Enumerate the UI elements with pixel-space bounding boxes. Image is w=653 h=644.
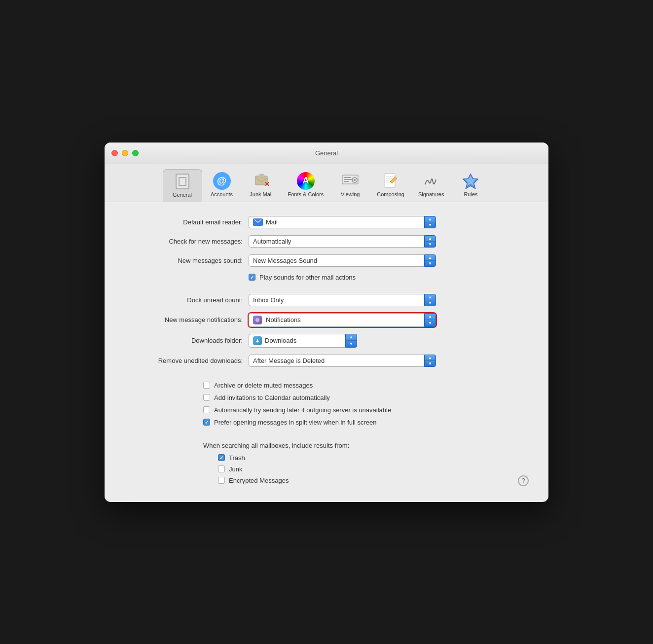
- tab-composing[interactable]: Composing: [370, 169, 411, 202]
- svg-point-12: [354, 179, 356, 181]
- new-messages-sound-value: New Messages Sound: [253, 257, 317, 264]
- default-email-reader-control: Mail ▲ ▼: [249, 216, 436, 228]
- stepper-up-icon[interactable]: ▲: [425, 216, 435, 222]
- tab-accounts[interactable]: @ Accounts: [202, 169, 242, 202]
- stepper-down-icon[interactable]: ▼: [425, 261, 435, 266]
- check-new-messages-select-wrapper: Automatically ▲ ▼: [249, 235, 436, 248]
- dock-unread-select[interactable]: Inbox Only: [249, 294, 424, 306]
- remove-downloads-control: After Message is Deleted ▲ ▼: [249, 355, 436, 367]
- junk-checkbox[interactable]: [218, 465, 225, 472]
- stepper-up-icon[interactable]: ▲: [425, 355, 435, 360]
- stepper-down-icon[interactable]: ▼: [425, 300, 435, 306]
- auto-send-label: Automatically try sending later if outgo…: [214, 406, 391, 414]
- stepper-down-icon[interactable]: ▼: [425, 361, 435, 366]
- titlebar: General: [105, 143, 548, 164]
- archive-muted-row: Archive or delete muted messages: [124, 382, 529, 389]
- check-new-messages-control: Automatically ▲ ▼: [249, 235, 436, 248]
- tab-junkmail-label: Junk Mail: [250, 191, 272, 197]
- settings-content: Default email reader: Mail ▲: [105, 202, 548, 502]
- toolbar: General @ Accounts ✕ Junk Ma: [105, 164, 548, 202]
- tab-composing-label: Composing: [377, 191, 404, 197]
- prefer-split-checkbox[interactable]: [203, 419, 210, 426]
- stepper-down-icon[interactable]: ▼: [425, 242, 435, 247]
- add-invitations-row: Add invitations to Calendar automaticall…: [124, 394, 529, 401]
- tab-fontscolors[interactable]: A Fonts & Colors: [281, 169, 331, 202]
- dock-unread-stepper[interactable]: ▲ ▼: [424, 294, 436, 306]
- default-email-reader-stepper[interactable]: ▲ ▼: [424, 216, 436, 228]
- new-messages-sound-row: New messages sound: New Messages Sound ▲…: [124, 254, 529, 267]
- svg-point-22: [255, 318, 259, 322]
- window-title: General: [315, 149, 338, 157]
- downloads-stepper[interactable]: ▲ ▼: [345, 334, 357, 348]
- downloads-select-wrapper: Downloads ▲ ▼: [249, 334, 357, 348]
- general-icon: [174, 173, 191, 190]
- new-messages-sound-select[interactable]: New Messages Sound: [249, 254, 424, 267]
- junk-label: Junk: [229, 465, 242, 473]
- stepper-up-icon[interactable]: ▲: [425, 314, 435, 320]
- remove-downloads-stepper[interactable]: ▲ ▼: [424, 355, 436, 367]
- default-email-reader-select-wrapper: Mail ▲ ▼: [249, 216, 436, 228]
- new-messages-sound-select-wrapper: New Messages Sound ▲ ▼: [249, 254, 436, 267]
- main-window: General General @ Accounts: [105, 143, 548, 502]
- junk-row: Junk: [124, 465, 529, 473]
- stepper-down-icon[interactable]: ▼: [425, 320, 435, 326]
- stepper-down-icon[interactable]: ▼: [346, 341, 357, 347]
- remove-downloads-label: Remove unedited downloads:: [124, 357, 243, 364]
- play-sounds-checkbox[interactable]: [249, 274, 255, 281]
- dock-unread-label: Dock unread count:: [124, 296, 243, 304]
- close-button[interactable]: [111, 150, 118, 156]
- downloads-folder-row: Downloads folder: Downloads ▲ ▼: [124, 334, 529, 348]
- auto-send-checkbox[interactable]: [203, 406, 210, 413]
- tab-viewing[interactable]: Viewing: [330, 169, 370, 202]
- remove-downloads-value: After Message is Deleted: [253, 357, 325, 364]
- check-new-messages-label: Check for new messages:: [124, 238, 243, 245]
- archive-muted-checkbox[interactable]: [203, 382, 210, 389]
- remove-downloads-select[interactable]: After Message is Deleted: [249, 355, 424, 367]
- check-new-messages-row: Check for new messages: Automatically ▲ …: [124, 235, 529, 248]
- auto-send-row: Automatically try sending later if outgo…: [124, 406, 529, 414]
- svg-rect-3: [259, 174, 264, 177]
- new-messages-sound-stepper[interactable]: ▲ ▼: [424, 254, 436, 267]
- tab-viewing-label: Viewing: [341, 191, 360, 197]
- notif-icon: [253, 316, 262, 324]
- stepper-up-icon[interactable]: ▲: [425, 236, 435, 241]
- minimize-button[interactable]: [122, 150, 128, 156]
- notifications-select[interactable]: Notifications: [249, 313, 424, 327]
- default-email-reader-row: Default email reader: Mail ▲: [124, 216, 529, 228]
- stepper-down-icon[interactable]: ▼: [425, 222, 435, 228]
- tab-general-label: General: [173, 192, 192, 198]
- tab-signatures[interactable]: Signatures: [411, 169, 451, 202]
- notifications-stepper[interactable]: ▲ ▼: [424, 313, 436, 327]
- tab-general[interactable]: General: [163, 169, 202, 202]
- stepper-up-icon[interactable]: ▲: [346, 334, 357, 341]
- tab-junkmail[interactable]: ✕ Junk Mail: [242, 169, 281, 202]
- add-invitations-checkbox[interactable]: [203, 394, 210, 401]
- traffic-lights: [111, 150, 139, 156]
- stepper-up-icon[interactable]: ▲: [425, 255, 435, 260]
- prefer-split-label: Prefer opening messages in split view wh…: [214, 419, 377, 426]
- encrypted-row: Encrypted Messages ?: [124, 477, 529, 484]
- tab-signatures-label: Signatures: [418, 191, 444, 197]
- trash-checkbox[interactable]: [218, 454, 225, 461]
- composing-icon: [382, 172, 399, 190]
- new-message-notif-control: Notifications ▲ ▼: [249, 313, 436, 327]
- maximize-button[interactable]: [132, 150, 139, 156]
- tab-rules[interactable]: Rules: [451, 169, 490, 202]
- junkmail-icon: ✕: [253, 172, 270, 190]
- dock-unread-value: Inbox Only: [253, 296, 284, 304]
- notifications-value: Notifications: [266, 316, 301, 323]
- fonts-icon: A: [297, 172, 315, 190]
- stepper-up-icon[interactable]: ▲: [425, 294, 435, 300]
- default-email-reader-select[interactable]: Mail: [249, 216, 424, 228]
- encrypted-label: Encrypted Messages: [229, 477, 289, 484]
- remove-downloads-row: Remove unedited downloads: After Message…: [124, 355, 529, 367]
- downloads-folder-label: Downloads folder:: [124, 337, 243, 344]
- tab-rules-label: Rules: [464, 191, 477, 197]
- check-new-messages-stepper[interactable]: ▲ ▼: [424, 235, 436, 248]
- downloads-select[interactable]: Downloads: [249, 334, 345, 348]
- encrypted-checkbox[interactable]: [218, 477, 225, 484]
- check-new-messages-select[interactable]: Automatically: [249, 235, 424, 248]
- rules-icon: [462, 172, 479, 190]
- dock-unread-select-wrapper: Inbox Only ▲ ▼: [249, 294, 436, 306]
- help-button[interactable]: ?: [518, 475, 529, 486]
